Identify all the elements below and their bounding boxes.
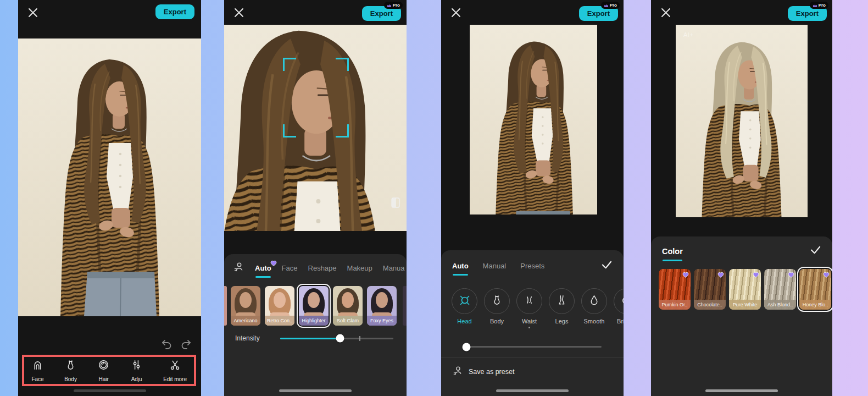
legs-icon	[555, 294, 568, 309]
swatch-label: Ash Blond..	[764, 300, 796, 310]
tool-brighten[interactable]: Brighte	[614, 288, 624, 328]
tab-auto[interactable]: Auto	[255, 264, 271, 278]
export-label: Export	[587, 9, 610, 18]
intensity-label: Intensity	[235, 334, 280, 342]
close-icon[interactable]	[233, 7, 245, 21]
toolbar-item-face[interactable]: Face	[31, 359, 44, 382]
preset-label: Highlighter	[299, 316, 329, 326]
crown-icon	[387, 3, 392, 8]
home-indicator	[496, 389, 569, 392]
tune-icon	[130, 359, 143, 373]
preset-thumb-retro-contour[interactable]: Retro Con..	[265, 286, 294, 326]
preset-strip: Americano Retro Con.. Highlighter Soft G…	[224, 286, 407, 326]
tool-waist[interactable]: Waist	[516, 288, 542, 328]
scissors-icon	[169, 359, 181, 373]
color-swatch-pure-white[interactable]: Pure White	[729, 269, 761, 310]
preset-thumb-partial[interactable]	[224, 286, 227, 326]
bottom-sheet: Auto Manual Presets Head Body Waist	[441, 250, 624, 396]
color-section-title: Color	[662, 247, 683, 261]
tool-strip: Head Body Waist Legs Smooth	[441, 288, 624, 328]
tool-head[interactable]: Head	[452, 288, 477, 328]
photo-preview	[224, 25, 407, 231]
toolbar-item-edit-more[interactable]: Edit more	[163, 359, 187, 382]
tab-manual[interactable]: Manual	[483, 262, 507, 276]
preset-label: Americano	[231, 316, 260, 326]
export-button[interactable]: Export Pro	[788, 6, 827, 21]
compare-icon[interactable]	[391, 197, 400, 210]
color-swatch-chocolate[interactable]: Chocolate..	[694, 269, 726, 310]
heart-badge-icon	[682, 270, 689, 280]
tab-makeup[interactable]: Makeup	[347, 264, 372, 278]
toolbar-label: Hair	[98, 376, 108, 382]
adjust-slider[interactable]	[463, 346, 602, 348]
heart-badge-icon	[717, 270, 724, 280]
close-icon[interactable]	[450, 7, 462, 21]
phone-screen-body-tools: Export Pro Auto Manual Presets Head	[441, 0, 624, 396]
toolbar-item-adjust[interactable]: Adju	[130, 359, 143, 382]
export-button[interactable]: Export Pro	[362, 6, 401, 21]
waist-icon	[523, 294, 536, 309]
tab-presets[interactable]: Presets	[520, 262, 544, 276]
tool-smooth[interactable]: Smooth	[581, 288, 607, 328]
intensity-slider[interactable]	[280, 338, 393, 339]
screenshot-canvas: Export Face Body Hair Adju	[0, 0, 868, 396]
face-detection-brackets	[224, 25, 407, 231]
close-icon[interactable]	[27, 7, 39, 21]
pro-badge: Pro	[810, 2, 828, 9]
tab-auto[interactable]: Auto	[452, 262, 469, 276]
export-button[interactable]: Export	[155, 4, 194, 19]
apply-check-icon[interactable]	[810, 244, 821, 263]
undo-icon[interactable]	[160, 338, 173, 352]
color-swatch-ash-blonde[interactable]: Ash Blond..	[764, 269, 796, 310]
crown-icon	[604, 3, 609, 8]
color-swatch-pumpkin-orange[interactable]: Pumkin Or..	[659, 269, 691, 310]
toolbar-item-body[interactable]: Body	[64, 359, 77, 382]
export-label: Export	[796, 9, 819, 18]
export-label: Export	[370, 9, 393, 18]
tab-face[interactable]: Face	[282, 264, 298, 278]
phone-screen-hair-color: Export Pro AI+ Color Pumkin Or..	[651, 0, 832, 396]
preset-thumb-highlighter-selected[interactable]: Highlighter	[299, 286, 329, 326]
bottom-sheet: Color Pumkin Or.. Chocolate.. Pure White	[651, 237, 832, 396]
phone-screen-retouch: Export Pro Auto Fa	[224, 0, 407, 396]
heart-badge-icon	[270, 260, 277, 268]
toolbar-item-hair[interactable]: Hair	[97, 359, 110, 382]
preset-thumb-soft-glam[interactable]: Soft Glam	[333, 286, 363, 326]
home-indicator	[279, 389, 352, 392]
color-swatch-honey-blonde-selected[interactable]: Honey Blo..	[799, 269, 831, 310]
preset-thumb-americano[interactable]: Americano	[231, 286, 260, 326]
hair-color-strip: Pumkin Or.. Chocolate.. Pure White Ash B…	[651, 269, 832, 310]
export-button[interactable]: Export Pro	[579, 6, 618, 21]
tool-legs[interactable]: Legs	[549, 288, 575, 328]
photo-preview	[470, 25, 597, 215]
heart-badge-icon	[753, 270, 759, 280]
slider-thumb[interactable]	[336, 334, 344, 343]
tab-reshape[interactable]: Reshape	[308, 264, 337, 278]
save-as-preset-button[interactable]: Save as preset	[441, 358, 624, 386]
preset-label: Retro Con..	[265, 316, 294, 326]
toolbar-label: Edit more	[163, 376, 187, 382]
phone-screen-editor-home: Export Face Body Hair Adju	[18, 0, 201, 396]
preset-person-icon	[452, 365, 463, 378]
preset-thumb-partial[interactable]	[403, 286, 407, 326]
tab-manual[interactable]: Manua	[383, 264, 405, 278]
body-icon	[64, 359, 77, 373]
preset-label: Foxy Eyes	[367, 316, 397, 326]
preset-person-icon[interactable]	[233, 261, 244, 280]
heart-badge-icon	[788, 270, 794, 280]
face-icon	[31, 359, 44, 373]
toolbar-label: Adju	[131, 376, 142, 382]
body-icon	[491, 294, 503, 309]
photo-preview-blonde: AI+	[676, 25, 808, 217]
slider-thumb[interactable]	[463, 343, 471, 351]
pro-badge: Pro	[601, 2, 620, 9]
redo-icon[interactable]	[180, 338, 192, 352]
tool-body[interactable]: Body	[484, 288, 510, 328]
head-icon	[458, 294, 471, 309]
preset-thumb-foxy-eyes[interactable]: Foxy Eyes	[367, 286, 397, 326]
apply-check-icon[interactable]	[601, 259, 613, 278]
save-preset-label: Save as preset	[469, 368, 514, 376]
close-icon[interactable]	[660, 7, 672, 21]
export-label: Export	[164, 8, 186, 16]
color-swatch-partial[interactable]	[651, 269, 655, 310]
